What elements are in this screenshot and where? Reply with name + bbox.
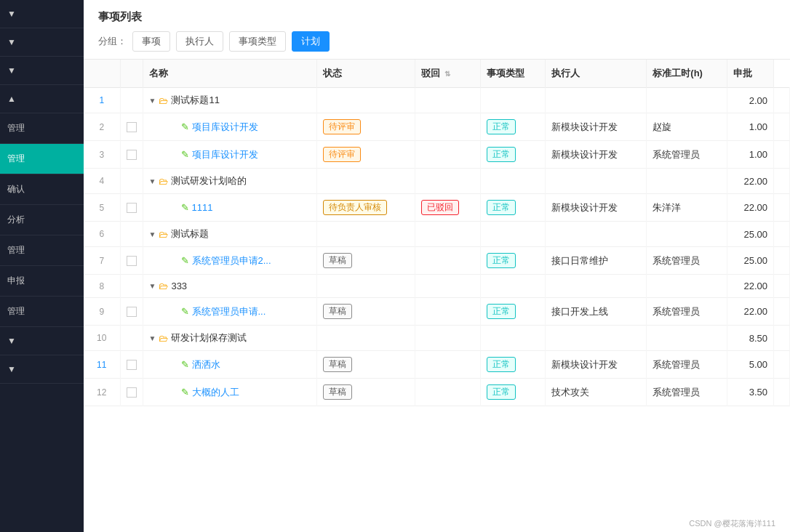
row-expand-icon[interactable]: ▼	[149, 334, 156, 342]
row-name-cell: ✎ 洒洒水	[143, 351, 316, 379]
table-row: 8▼ 🗁 33322.00	[84, 275, 790, 298]
sidebar-item-manage2[interactable]: 管理	[0, 144, 84, 174]
row-executor: 赵旋	[647, 113, 727, 141]
row-name-link[interactable]: 系统管理员申请...	[192, 305, 266, 318]
tab-item-type[interactable]: 事项类型	[229, 31, 286, 52]
row-expand-icon[interactable]: ▼	[149, 230, 156, 238]
tab-plan[interactable]: 计划	[292, 31, 330, 52]
sidebar-item-confirm[interactable]: 确认	[0, 174, 84, 205]
row-name-link[interactable]: 1111	[192, 202, 213, 213]
row-name-link[interactable]: 项目库设计开发	[192, 121, 258, 134]
sidebar-item-11[interactable]: ▼	[0, 327, 84, 355]
task-type-badge: 正常	[487, 384, 516, 400]
tab-item[interactable]: 事项	[132, 31, 170, 52]
sidebar-item-manage3[interactable]: 管理	[0, 235, 84, 266]
sidebar-item-2[interactable]: ▼	[0, 28, 84, 57]
row-name-cell: ▼ 🗁 测试标题11	[143, 88, 316, 113]
sidebar-item-manage4[interactable]: 管理	[0, 297, 84, 327]
row-name-cell: ▼ 🗁 333	[143, 275, 316, 298]
row-hours: 25.00	[727, 247, 773, 275]
row-checkbox-cell	[120, 247, 143, 275]
checkbox[interactable]	[127, 360, 137, 370]
row-hours: 1.00	[727, 113, 773, 141]
row-name-cell: ✎ 项目库设计开发	[143, 141, 316, 169]
table-header-row: 名称 状态 驳回 ⇅ 事项类型 执行人 标准工时(h) 申批	[84, 60, 790, 88]
row-name-cell: ▼ 🗁 测试研发计划哈的	[143, 169, 316, 194]
row-item-type-label: 新模块设计开发	[545, 113, 647, 141]
row-hours: 5.00	[727, 351, 773, 379]
row-item-type: 正常	[480, 379, 545, 406]
row-item-type	[480, 275, 545, 298]
checkbox[interactable]	[127, 387, 137, 398]
row-apply	[773, 141, 789, 169]
row-name-text: 333	[171, 281, 187, 291]
row-expand-icon[interactable]: ▼	[149, 97, 156, 105]
sidebar-item-4[interactable]: ▲	[0, 85, 84, 113]
sidebar-chevron-2: ▼	[7, 37, 16, 47]
row-hours: 8.50	[727, 326, 773, 351]
sidebar-item-1[interactable]: ▼	[0, 0, 84, 28]
status-badge: 草稿	[323, 253, 352, 268]
row-number: 4	[84, 169, 120, 194]
row-reject	[415, 351, 480, 379]
row-name-link[interactable]: 项目库设计开发	[192, 148, 258, 161]
row-hours: 22.00	[727, 298, 773, 326]
sidebar-item-12[interactable]: ▼	[0, 355, 84, 384]
col-num	[84, 60, 120, 88]
row-number: 8	[84, 275, 120, 298]
row-status	[316, 222, 415, 247]
row-name-cell: ✎ 项目库设计开发	[143, 113, 316, 141]
row-expand-icon[interactable]: ▼	[149, 177, 156, 185]
sidebar-item-manage1[interactable]: 管理	[0, 113, 84, 144]
row-number: 5	[84, 194, 120, 222]
group-tabs: 分组： 事项 执行人 事项类型 计划	[98, 31, 775, 52]
row-name-cell: ✎ 系统管理员申请2...	[143, 247, 316, 275]
row-status: 待评审	[316, 113, 415, 141]
row-apply	[773, 113, 789, 141]
tab-executor[interactable]: 执行人	[176, 31, 223, 52]
checkbox[interactable]	[127, 203, 137, 213]
row-number: 7	[84, 247, 120, 275]
row-item-type	[480, 88, 545, 113]
items-table: 名称 状态 驳回 ⇅ 事项类型 执行人 标准工时(h) 申批 1▼ 🗁 测试标题…	[84, 60, 790, 406]
table-body: 1▼ 🗁 测试标题112.002✎ 项目库设计开发待评审正常新模块设计开发赵旋1…	[84, 88, 790, 406]
row-name-link[interactable]: 洒洒水	[192, 358, 220, 371]
sidebar-chevron-12: ▼	[7, 364, 16, 374]
row-name-cell: ✎ 系统管理员申请...	[143, 298, 316, 326]
row-executor: 朱洋洋	[647, 194, 727, 222]
sidebar-item-analysis[interactable]: 分析	[0, 205, 84, 235]
row-name-link[interactable]: 系统管理员申请2...	[192, 254, 271, 267]
row-name-cell: ✎ 1111	[143, 194, 316, 222]
row-executor: 系统管理员	[647, 298, 727, 326]
row-executor	[647, 88, 727, 113]
row-name-link[interactable]: 大概的人工	[192, 386, 239, 399]
checkbox[interactable]	[127, 150, 137, 160]
checkbox[interactable]	[127, 256, 137, 266]
row-name-cell: ✎ 大概的人工	[143, 379, 316, 406]
sidebar-item-report[interactable]: 申报	[0, 266, 84, 297]
folder-icon: 🗁	[159, 95, 168, 106]
row-item-type-label	[545, 222, 647, 247]
col-reject: 驳回 ⇅	[415, 60, 480, 88]
row-status: 草稿	[316, 298, 415, 326]
row-reject	[415, 379, 480, 406]
row-reject	[415, 141, 480, 169]
table-row: 6▼ 🗁 测试标题25.00	[84, 222, 790, 247]
checkbox[interactable]	[127, 307, 137, 317]
sidebar-item-3[interactable]: ▼	[0, 57, 84, 85]
row-executor	[647, 326, 727, 351]
table-row: 10▼ 🗁 研发计划保存测试8.50	[84, 326, 790, 351]
row-number: 12	[84, 379, 120, 406]
row-checkbox-cell	[120, 326, 143, 351]
row-checkbox-cell	[120, 222, 143, 247]
row-item-type	[480, 326, 545, 351]
row-expand-icon[interactable]: ▼	[149, 282, 156, 290]
col-checkbox	[120, 60, 143, 88]
col-executor: 执行人	[545, 60, 647, 88]
row-apply	[773, 326, 789, 351]
task-icon: ✎	[181, 255, 189, 266]
checkbox[interactable]	[127, 122, 137, 132]
row-reject	[415, 247, 480, 275]
sidebar-label-confirm: 确认	[7, 183, 25, 196]
row-hours: 22.00	[727, 275, 773, 298]
